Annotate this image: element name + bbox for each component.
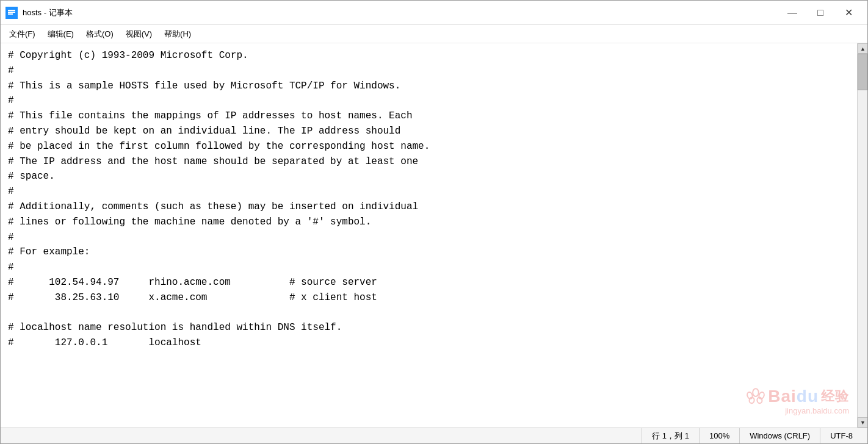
scrollbar-thumb[interactable] — [858, 54, 867, 90]
menu-bar: 文件(F) 编辑(E) 格式(O) 视图(V) 帮助(H) — [1, 25, 867, 43]
menu-file[interactable]: 文件(F) — [3, 26, 42, 42]
menu-format[interactable]: 格式(O) — [80, 26, 120, 42]
menu-view[interactable]: 视图(V) — [120, 26, 158, 42]
window-title: hosts - 记事本 — [23, 7, 778, 18]
status-position: 行 1，列 1 — [642, 428, 699, 443]
svg-rect-2 — [8, 12, 15, 13]
status-zoom: 100% — [699, 428, 739, 443]
status-bar: 行 1，列 1 100% Windows (CRLF) UTF-8 — [1, 428, 867, 443]
text-editor[interactable]: # Copyright (c) 1993-2009 Microsoft Corp… — [1, 43, 857, 428]
editor-area: # Copyright (c) 1993-2009 Microsoft Corp… — [1, 43, 867, 428]
close-button[interactable]: ✕ — [834, 1, 863, 25]
minimize-button[interactable]: — — [778, 1, 806, 25]
window-controls: — □ ✕ — [778, 1, 863, 25]
title-bar: hosts - 记事本 — □ ✕ — [1, 1, 867, 25]
scrollbar[interactable]: ▲ ▼ — [857, 43, 867, 428]
svg-rect-1 — [8, 10, 15, 11]
maximize-button[interactable]: □ — [806, 1, 834, 25]
scroll-up-button[interactable]: ▲ — [858, 43, 867, 54]
menu-edit[interactable]: 编辑(E) — [42, 26, 80, 42]
svg-rect-3 — [8, 13, 13, 15]
scrollbar-track[interactable] — [858, 54, 867, 417]
scroll-down-button[interactable]: ▼ — [858, 417, 867, 428]
status-line-ending: Windows (CRLF) — [739, 428, 820, 443]
status-encoding: UTF-8 — [820, 428, 863, 443]
notepad-window: hosts - 记事本 — □ ✕ 文件(F) 编辑(E) 格式(O) 视图(V… — [0, 0, 868, 444]
menu-help[interactable]: 帮助(H) — [158, 26, 197, 42]
app-icon — [5, 7, 18, 19]
